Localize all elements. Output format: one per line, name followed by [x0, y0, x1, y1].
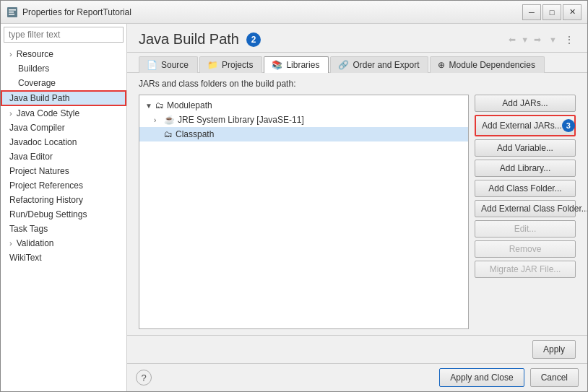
- tree-item-jre[interactable]: › ☕ JRE System Library [JavaSE-11]: [139, 113, 468, 127]
- add-variable-button[interactable]: Add Variable...: [475, 139, 576, 157]
- nav-separator2: ▼: [549, 35, 557, 44]
- apply-button[interactable]: Apply: [532, 340, 576, 359]
- sidebar-item-java-editor[interactable]: Java Editor: [1, 149, 126, 164]
- page-title: Java Build Path: [139, 31, 239, 48]
- sidebar-item-task-tags[interactable]: Task Tags: [1, 222, 126, 236]
- footer: ? Apply and Close Cancel: [127, 363, 587, 391]
- sidebar-item-project-references[interactable]: Project References: [1, 178, 126, 193]
- projects-icon: 📁: [207, 60, 218, 70]
- sidebar-item-java-build-path[interactable]: Java Build Path: [1, 90, 126, 106]
- tab-projects[interactable]: 📁 Projects: [199, 56, 262, 73]
- build-path-label: JARs and class folders on the build path…: [139, 79, 576, 89]
- window: Properties for ReportTutorial ─ □ ✕ Reso…: [0, 0, 588, 392]
- sidebar-item-run-debug-settings[interactable]: Run/Debug Settings: [1, 207, 126, 222]
- title-bar-buttons: ─ □ ✕: [522, 4, 581, 20]
- jre-arrow: ›: [154, 116, 161, 124]
- tree-item-modulepath[interactable]: ▼ 🗂 Modulepath: [139, 98, 468, 113]
- nav-arrows: ⬅ ▼ ➡ ▼ ⋮: [506, 35, 576, 45]
- apply-close-button[interactable]: Apply and Close: [439, 368, 524, 387]
- build-path-area: JARs and class folders on the build path…: [127, 73, 587, 335]
- expand-arrow: ▼: [145, 102, 152, 110]
- help-button[interactable]: ?: [136, 370, 152, 386]
- order-export-icon: 🔗: [338, 60, 349, 70]
- tab-order-export-label: Order and Export: [353, 60, 419, 70]
- nav-separator: ▼: [521, 35, 529, 44]
- remove-button[interactable]: Remove: [475, 240, 576, 258]
- tab-source-label: Source: [161, 60, 189, 70]
- maximize-button[interactable]: □: [542, 4, 561, 20]
- action-buttons: Add JARs... Add External JARs... 3 Add V…: [475, 95, 576, 329]
- forward-button[interactable]: ➡: [532, 35, 543, 45]
- tab-projects-label: Projects: [222, 60, 253, 70]
- step-badge-2: 2: [246, 32, 261, 47]
- sidebar-item-refactoring-history[interactable]: Refactoring History: [1, 193, 126, 207]
- add-library-button[interactable]: Add Library...: [475, 160, 576, 177]
- sidebar: Resource Builders Coverage Java Build Pa…: [1, 24, 127, 391]
- window-icon: [7, 6, 18, 18]
- sidebar-items: Resource Builders Coverage Java Build Pa…: [1, 45, 126, 391]
- edit-button[interactable]: Edit...: [475, 220, 576, 238]
- main-panel: Java Build Path 2 ⬅ ▼ ➡ ▼ ⋮ 📄 Source 📁: [127, 24, 587, 391]
- footer-left: ?: [136, 370, 152, 386]
- sidebar-item-java-code-style[interactable]: Java Code Style: [1, 106, 126, 121]
- build-path-content: ▼ 🗂 Modulepath › ☕ JRE System Library [J…: [139, 95, 576, 329]
- tab-order-export[interactable]: 🔗 Order and Export: [330, 56, 428, 73]
- add-class-folder-button[interactable]: Add Class Folder...: [475, 180, 576, 197]
- back-button[interactable]: ⬅: [506, 35, 518, 45]
- add-external-jars-button[interactable]: Add External JARs... 3: [475, 115, 576, 136]
- bottom-bar: Apply: [127, 335, 587, 363]
- filter-input[interactable]: [4, 27, 124, 43]
- classpath-icon: 🗂: [164, 129, 173, 139]
- sidebar-item-coverage[interactable]: Coverage: [1, 76, 126, 90]
- main-header: Java Build Path 2 ⬅ ▼ ➡ ▼ ⋮: [127, 24, 587, 53]
- tab-bar: 📄 Source 📁 Projects 📚 Libraries 🔗 Order …: [127, 56, 587, 73]
- main-content: Resource Builders Coverage Java Build Pa…: [1, 24, 587, 391]
- sidebar-item-resource[interactable]: Resource: [1, 47, 126, 61]
- sidebar-item-wikitext[interactable]: WikiText: [1, 251, 126, 265]
- tab-libraries[interactable]: 📚 Libraries: [264, 56, 329, 73]
- tree-item-classpath[interactable]: 🗂 Classpath: [139, 127, 468, 141]
- cancel-button[interactable]: Cancel: [530, 368, 579, 387]
- source-icon: 📄: [147, 60, 157, 70]
- tab-source[interactable]: 📄 Source: [139, 56, 198, 73]
- migrate-jar-button[interactable]: Migrate JAR File...: [475, 261, 576, 278]
- jre-icon: ☕: [164, 115, 175, 125]
- sidebar-item-javadoc-location[interactable]: Javadoc Location: [1, 135, 126, 149]
- svg-rect-1: [9, 9, 16, 11]
- step-badge-3: 3: [562, 119, 575, 132]
- module-dep-icon: ⊕: [438, 60, 445, 70]
- sidebar-item-java-compiler[interactable]: Java Compiler: [1, 121, 126, 135]
- svg-rect-2: [9, 12, 14, 13]
- svg-rect-3: [9, 14, 14, 15]
- modulepath-icon: 🗂: [155, 100, 164, 110]
- sidebar-item-project-natures[interactable]: Project Natures: [1, 164, 126, 178]
- menu-button[interactable]: ⋮: [563, 35, 576, 45]
- close-button[interactable]: ✕: [563, 4, 581, 20]
- window-title: Properties for ReportTutorial: [22, 7, 522, 17]
- add-external-class-folder-button[interactable]: Add External Class Folder...: [475, 200, 576, 217]
- libraries-icon: 📚: [272, 60, 282, 70]
- footer-right: Apply and Close Cancel: [439, 368, 579, 387]
- tab-module-dependencies[interactable]: ⊕ Module Dependencies: [430, 56, 544, 73]
- sidebar-item-validation[interactable]: Validation: [1, 236, 126, 251]
- tab-libraries-label: Libraries: [286, 60, 319, 70]
- tree-panel[interactable]: ▼ 🗂 Modulepath › ☕ JRE System Library [J…: [139, 95, 469, 329]
- sidebar-item-builders[interactable]: Builders: [1, 61, 126, 76]
- tab-module-dep-label: Module Dependencies: [449, 60, 535, 70]
- minimize-button[interactable]: ─: [522, 4, 541, 20]
- add-jars-button[interactable]: Add JARs...: [475, 95, 576, 112]
- title-bar: Properties for ReportTutorial ─ □ ✕: [1, 1, 587, 24]
